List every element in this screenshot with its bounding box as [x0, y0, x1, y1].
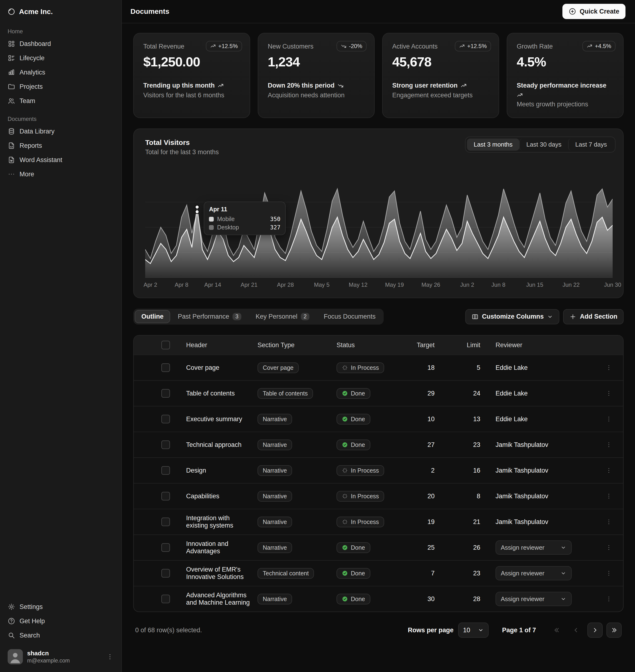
quick-create-label: Quick Create [579, 8, 619, 15]
row-menu-button[interactable] [603, 465, 614, 476]
row-menu-button[interactable] [603, 388, 614, 399]
row-checkbox[interactable] [161, 363, 170, 372]
quick-create-button[interactable]: Quick Create [563, 4, 626, 19]
section-title[interactable]: Executive summary [186, 416, 242, 423]
column-header-header: Header [182, 336, 254, 355]
x-axis-label: Jun 2 [460, 282, 474, 288]
assign-reviewer-select[interactable]: Assign reviewer [496, 566, 572, 580]
customize-columns-button[interactable]: Customize Columns [465, 309, 560, 324]
cell-status: Done [333, 560, 402, 586]
row-checkbox[interactable] [161, 543, 170, 552]
visitors-chart[interactable]: Apr 11 Mobile350Desktop327 [145, 168, 612, 278]
row-menu-button[interactable] [603, 542, 614, 553]
sidebar-item-get-help[interactable]: Get Help [4, 614, 117, 628]
cell-target: 30 [402, 586, 443, 611]
sidebar-item-analytics[interactable]: Analytics [4, 65, 117, 80]
row-checkbox[interactable] [161, 415, 170, 423]
row-checkbox[interactable] [161, 595, 170, 603]
user-menu-icon[interactable] [106, 653, 114, 660]
status-badge: In Process [336, 491, 384, 501]
row-menu-button[interactable] [603, 439, 614, 450]
tab-past-performance[interactable]: Past Performance3 [171, 310, 248, 323]
chevrons-left-icon [553, 627, 561, 634]
stat-footer-text: Steady performance increase [517, 82, 607, 89]
tab-focus-documents[interactable]: Focus Documents [317, 310, 382, 323]
app-root: Acme Inc. HomeDashboardLifecycleAnalytic… [0, 0, 635, 672]
column-header-select [157, 336, 182, 355]
section-title[interactable]: Cover page [186, 364, 219, 371]
x-axis-label: May 5 [314, 282, 329, 288]
status-label: Done [351, 442, 365, 448]
row-checkbox[interactable] [161, 466, 170, 475]
cell-select [157, 586, 182, 611]
sidebar-item-reports[interactable]: Reports [4, 138, 117, 153]
range-last-7-days[interactable]: Last 7 days [568, 138, 614, 151]
help-icon [8, 617, 15, 625]
row-checkbox[interactable] [161, 492, 170, 500]
section-title[interactable]: Advanced Algorithms and Machine Learning [186, 591, 250, 606]
chart-tooltip: Apr 11 Mobile350Desktop327 [204, 202, 286, 235]
rows-per-page-select[interactable]: 10 [458, 623, 489, 638]
row-checkbox[interactable] [161, 441, 170, 449]
assign-reviewer-select[interactable]: Assign reviewer [496, 540, 572, 555]
brand[interactable]: Acme Inc. [4, 4, 117, 20]
cell-section-type: Narrative [254, 457, 333, 483]
cell-drag [134, 355, 157, 381]
column-header-reviewer: Reviewer [489, 336, 594, 355]
user-card[interactable]: shadcn m@example.com [4, 645, 117, 668]
status-label: In Process [351, 364, 379, 371]
trend-badge-value: +12.5% [218, 43, 238, 49]
row-menu-button[interactable] [603, 516, 614, 527]
section-title[interactable]: Innovation and Advantages [186, 540, 228, 555]
row-menu-button[interactable] [603, 362, 614, 373]
row-checkbox[interactable] [161, 389, 170, 398]
next-page-button[interactable] [587, 623, 603, 638]
last-page-button[interactable] [607, 623, 622, 638]
table-body: Cover pageCover pageIn Process185Eddie L… [134, 355, 623, 611]
trend-up-icon [210, 43, 216, 49]
cell-drag [134, 432, 157, 457]
chart-range-toggle: Last 3 monthsLast 30 daysLast 7 days [465, 137, 615, 153]
range-last-30-days[interactable]: Last 30 days [519, 138, 568, 151]
row-checkbox[interactable] [161, 569, 170, 578]
select-all-checkbox[interactable] [161, 341, 170, 349]
section-title[interactable]: Design [186, 467, 206, 474]
trend-badge: -20% [336, 41, 367, 51]
section-title[interactable]: Table of contents [186, 390, 235, 397]
sidebar-item-lifecycle[interactable]: Lifecycle [4, 51, 117, 65]
row-menu-button[interactable] [603, 413, 614, 425]
brand-name: Acme Inc. [19, 8, 53, 16]
sidebar-item-team[interactable]: Team [4, 94, 117, 108]
tab-outline[interactable]: Outline [135, 310, 170, 323]
section-title[interactable]: Overview of EMR's Innovative Solutions [186, 566, 244, 580]
section-title[interactable]: Capabilities [186, 493, 219, 500]
row-checkbox[interactable] [161, 518, 170, 526]
section-title[interactable]: Integration with existing systems [186, 514, 233, 529]
sidebar-item-dashboard[interactable]: Dashboard [4, 37, 117, 51]
tab-key-personnel[interactable]: Key Personnel2 [249, 310, 316, 323]
sidebar-item-data-library[interactable]: Data Library [4, 124, 117, 138]
row-menu-button[interactable] [603, 568, 614, 579]
sidebar-item-search[interactable]: Search [4, 628, 117, 643]
sidebar-item-more[interactable]: More [4, 167, 117, 181]
sidebar-item-word-assistant[interactable]: Word Assistant [4, 153, 117, 167]
cell-header: Technical approach [182, 432, 254, 457]
sidebar-item-projects[interactable]: Projects [4, 80, 117, 94]
stat-footer-title: Trending up this month [143, 82, 240, 89]
sidebar-item-settings[interactable]: Settings [4, 600, 117, 614]
add-section-button[interactable]: Add Section [563, 309, 623, 324]
dots-vertical-icon [605, 364, 612, 371]
status-badge: In Process [336, 517, 384, 527]
cell-target: 7 [402, 560, 443, 586]
row-menu-button[interactable] [603, 593, 614, 604]
range-last-3-months[interactable]: Last 3 months [467, 138, 519, 151]
cell-target: 29 [402, 381, 443, 406]
cell-status: In Process [333, 457, 402, 483]
section-title[interactable]: Technical approach [186, 441, 242, 448]
assign-reviewer-select[interactable]: Assign reviewer [496, 592, 572, 606]
cell-limit: 21 [443, 509, 489, 535]
dots-vertical-icon [605, 390, 612, 397]
row-menu-button[interactable] [603, 491, 614, 501]
cell-target: 27 [402, 432, 443, 457]
tooltip-date: Apr 11 [209, 206, 280, 213]
